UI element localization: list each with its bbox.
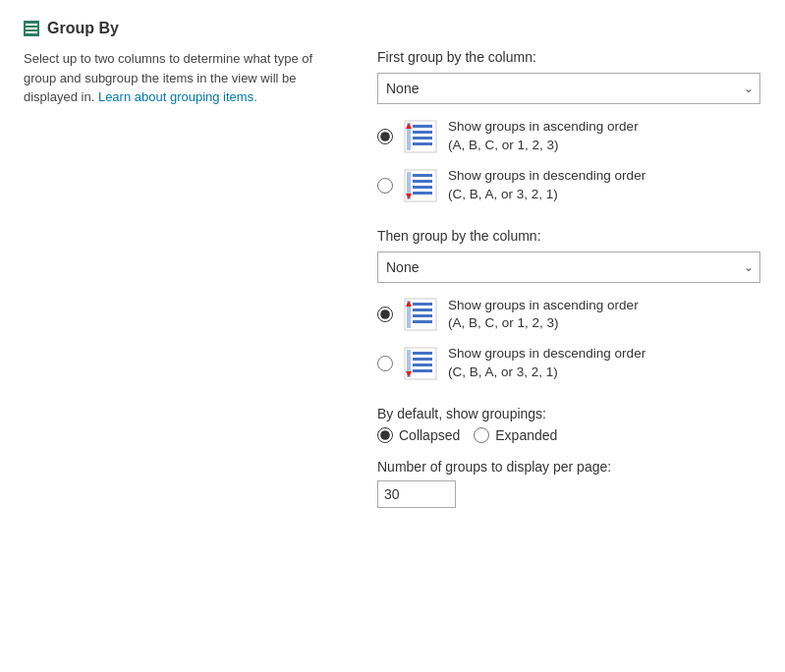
collapsed-radio[interactable] [377, 427, 393, 443]
first-group-dropdown[interactable]: None [377, 73, 760, 104]
svg-rect-8 [413, 142, 432, 145]
learn-link[interactable]: Learn about grouping items. [98, 89, 257, 104]
collapsed-label[interactable]: Collapsed [399, 427, 460, 443]
second-group-descending-radio[interactable] [377, 356, 393, 371]
svg-rect-3 [26, 31, 37, 33]
second-group-ascending-label: Show groups in ascending order (A, B, C,… [448, 297, 639, 334]
group-by-icon [24, 21, 39, 36]
first-group-descending-radio[interactable] [377, 178, 393, 194]
expanded-option: Expanded [474, 427, 557, 443]
svg-rect-26 [413, 352, 432, 355]
first-group-ascending-option: Show groups in ascending order (A, B, C,… [377, 118, 761, 155]
svg-rect-7 [413, 137, 432, 140]
num-groups-label: Number of groups to display per page: [377, 459, 761, 475]
first-group-section: First group by the column: None ⌄ [377, 49, 761, 204]
second-group-dropdown-wrapper: None ⌄ [377, 252, 761, 283]
description-text: Select up to two columns to determine wh… [24, 49, 328, 107]
svg-rect-14 [413, 186, 432, 189]
num-groups-section: Number of groups to display per page: [377, 459, 761, 508]
svg-rect-5 [413, 125, 432, 128]
descending-sort-icon-second [403, 346, 438, 381]
default-groupings-radios: Collapsed Expanded [377, 427, 761, 443]
expanded-label[interactable]: Expanded [495, 427, 557, 443]
second-group-descending-option: Show groups in descending order (C, B, A… [377, 345, 761, 382]
first-group-ascending-label: Show groups in ascending order (A, B, C,… [448, 118, 639, 155]
svg-rect-27 [413, 358, 432, 361]
svg-rect-22 [413, 320, 432, 323]
ascending-sort-icon [403, 119, 438, 154]
expanded-radio[interactable] [474, 427, 489, 443]
first-group-descending-label: Show groups in descending order (C, B, A… [448, 167, 645, 204]
svg-rect-21 [413, 314, 432, 317]
second-group-section: Then group by the column: None ⌄ [377, 228, 761, 383]
descending-sort-icon-first [403, 168, 438, 203]
svg-rect-20 [413, 308, 432, 311]
second-group-label: Then group by the column: [377, 228, 761, 244]
svg-rect-19 [413, 303, 432, 306]
second-group-ascending-radio[interactable] [377, 307, 393, 322]
svg-rect-28 [413, 364, 432, 366]
ascending-sort-icon-second [403, 297, 438, 332]
second-group-dropdown[interactable]: None [377, 252, 760, 283]
svg-rect-13 [413, 180, 432, 183]
svg-rect-2 [26, 28, 37, 29]
num-groups-input[interactable] [377, 480, 456, 508]
collapsed-option: Collapsed [377, 427, 460, 443]
default-groupings-label: By default, show groupings: [377, 406, 761, 421]
svg-rect-15 [413, 192, 432, 195]
second-group-descending-label: Show groups in descending order (C, B, A… [448, 345, 645, 382]
first-group-ascending-radio[interactable] [377, 129, 393, 144]
svg-rect-1 [26, 24, 37, 26]
svg-rect-12 [413, 174, 432, 177]
first-group-descending-option: Show groups in descending order (C, B, A… [377, 167, 761, 204]
svg-rect-29 [413, 369, 432, 372]
first-group-dropdown-wrapper: None ⌄ [377, 73, 761, 104]
svg-rect-6 [413, 131, 432, 134]
default-groupings-section: By default, show groupings: Collapsed Ex… [377, 406, 761, 443]
second-group-ascending-option: Show groups in ascending order (A, B, C,… [377, 297, 761, 334]
section-title: Group By [47, 20, 119, 37]
first-group-label: First group by the column: [377, 49, 761, 65]
